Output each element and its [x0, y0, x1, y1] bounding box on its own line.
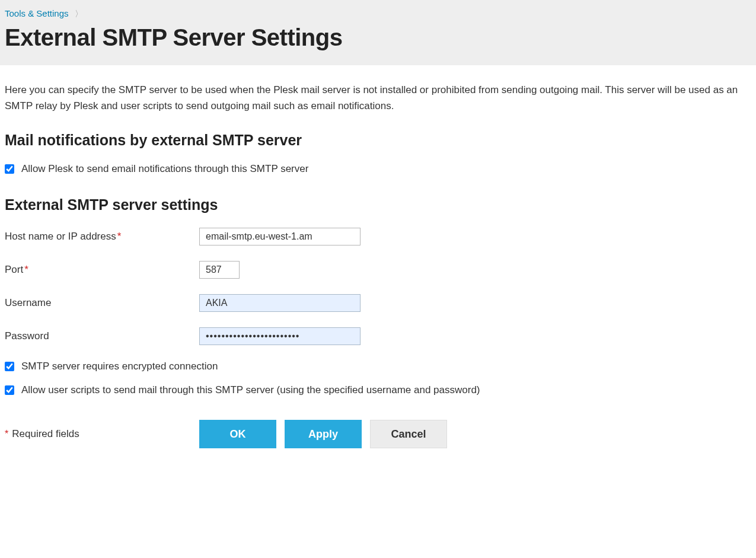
allow-notifications-row: Allow Plesk to send email notifications …	[5, 163, 742, 175]
required-fields-note: * Required fields	[5, 428, 199, 440]
encrypted-row: SMTP server requires encrypted connectio…	[5, 361, 742, 372]
allow-scripts-checkbox[interactable]	[5, 385, 14, 395]
button-group: OK Apply Cancel	[199, 420, 447, 448]
page-content: Here you can specify the SMTP server to …	[0, 65, 747, 460]
breadcrumb-link-tools-settings[interactable]: Tools & Settings	[5, 8, 69, 18]
host-label: Host name or IP address*	[5, 231, 199, 243]
port-input[interactable]	[199, 261, 240, 279]
port-label: Port*	[5, 264, 199, 276]
encrypted-checkbox[interactable]	[5, 362, 14, 371]
password-label: Password	[5, 330, 199, 342]
password-input[interactable]	[199, 327, 361, 345]
encrypted-label: SMTP server requires encrypted connectio…	[21, 361, 218, 372]
page-header: Tools & Settings 〉 External SMTP Server …	[0, 0, 756, 65]
ok-button[interactable]: OK	[199, 420, 276, 448]
required-star-icon: *	[5, 429, 8, 439]
cancel-button[interactable]: Cancel	[370, 420, 447, 448]
breadcrumb: Tools & Settings 〉	[5, 8, 751, 20]
required-star-icon: *	[24, 264, 28, 275]
password-row: Password	[5, 327, 742, 345]
username-label: Username	[5, 297, 199, 309]
port-row: Port*	[5, 261, 742, 279]
username-input[interactable]	[199, 294, 361, 312]
section-heading-notifications: Mail notifications by external SMTP serv…	[5, 132, 742, 149]
allow-scripts-row: Allow user scripts to send mail through …	[5, 384, 742, 396]
allow-notifications-label: Allow Plesk to send email notifications …	[21, 163, 308, 175]
required-star-icon: *	[117, 231, 122, 242]
chevron-right-icon: 〉	[75, 9, 83, 18]
apply-button[interactable]: Apply	[285, 420, 362, 448]
page-title: External SMTP Server Settings	[5, 24, 751, 51]
allow-notifications-checkbox[interactable]	[5, 164, 14, 174]
footer-row: * Required fields OK Apply Cancel	[5, 420, 742, 448]
allow-scripts-label: Allow user scripts to send mail through …	[21, 384, 480, 396]
required-fields-text: Required fields	[12, 428, 79, 440]
section-heading-smtp-settings: External SMTP server settings	[5, 196, 742, 213]
intro-text: Here you can specify the SMTP server to …	[5, 82, 742, 114]
host-row: Host name or IP address*	[5, 228, 742, 245]
host-input[interactable]	[199, 228, 361, 245]
username-row: Username	[5, 294, 742, 312]
